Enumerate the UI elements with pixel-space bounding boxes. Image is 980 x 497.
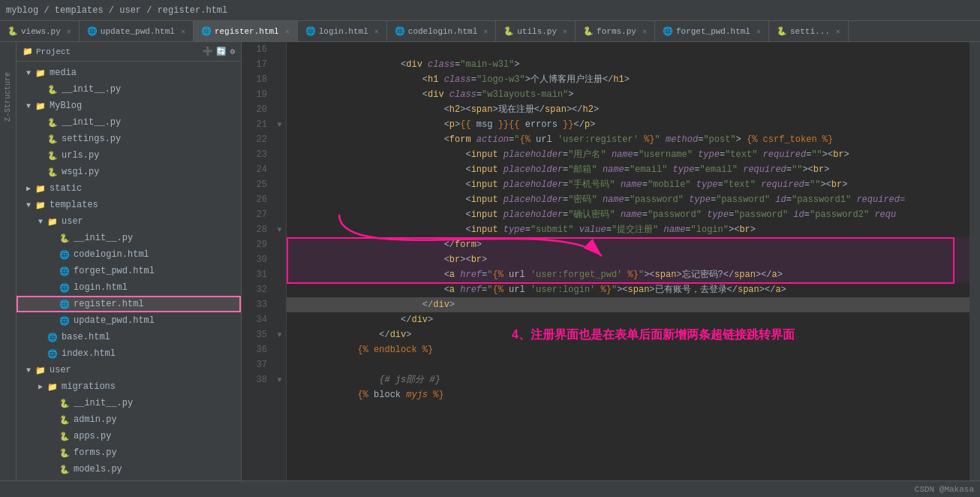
myblog-arrow: ▼ [23, 102, 35, 110]
linenum-22: 22 [242, 132, 273, 147]
sidebar-item-media[interactable]: ▼ 📁 media [17, 65, 241, 81]
gutter-30 [273, 252, 286, 267]
tab-register[interactable]: 🌐 register.html ✕ [194, 21, 298, 41]
top-bar-title: myblog / templates / user / register.htm… [6, 5, 227, 16]
linenum-24: 24 [242, 162, 273, 177]
gutter-36 [273, 342, 286, 357]
linenum-25: 25 [242, 177, 273, 192]
gutter-23 [273, 147, 286, 162]
sidebar-item-init-user-tmpl[interactable]: 🐍 __init__.py [17, 230, 241, 246]
sidebar-item-user-tmpl[interactable]: ▼ 📁 user [17, 213, 241, 230]
annotation-text-area: 4、注册界面也是在表单后面新增两条超链接跳转界面 [512, 327, 795, 343]
gutter-24 [273, 162, 286, 177]
sidebar-item-user-app[interactable]: ▼ 📁 user [17, 362, 241, 378]
sidebar-item-init-myblog[interactable]: 🐍 __init__.py [17, 114, 241, 131]
static-folder-icon: 📁 [35, 182, 47, 194]
sidebar-item-login-html[interactable]: 🌐 login.html [17, 279, 241, 296]
sidebar-item-static[interactable]: ▶ 📁 static [17, 180, 241, 197]
gutter-38: ▼ [273, 372, 286, 387]
tab-login-close[interactable]: ✕ [374, 27, 379, 36]
line-numbers: 16 17 18 19 20 21 22 23 24 25 26 27 28 2… [242, 42, 273, 480]
linenum-37: 37 [242, 357, 273, 372]
base-html-icon: 🌐 [47, 331, 59, 343]
tab-forms[interactable]: 🐍 forms.py ✕ [576, 21, 655, 41]
apps-user-label: apps.py [74, 431, 111, 441]
sidebar-sync-icon[interactable]: 🔄 [216, 47, 227, 56]
admin-user-icon: 🐍 [59, 414, 71, 426]
forms-user-label: forms.py [74, 447, 117, 458]
settings-icon: 🐍 [47, 133, 59, 145]
tab-codelogin[interactable]: 🌐 codelogin.html ✕ [387, 21, 496, 41]
migrations-label: migrations [62, 381, 116, 392]
sidebar-item-admin-user[interactable]: 🐍 admin.py [17, 411, 241, 428]
tab-update-pwd[interactable]: 🌐 update_pwd.html ✕ [80, 21, 194, 41]
tab-forget-pwd[interactable]: 🌐 forget_pwd.html ✕ [655, 21, 769, 41]
sidebar-item-forget-pwd-html[interactable]: 🌐 forget_pwd.html [17, 263, 241, 279]
user-tmpl-arrow: ▼ [35, 218, 47, 226]
sidebar-item-base-html[interactable]: 🌐 base.html [17, 329, 241, 345]
tab-settings-close[interactable]: ✕ [836, 27, 840, 36]
code-scroll-area[interactable]: <div class="main-w3l"> <h1 class="logo-w… [287, 42, 969, 480]
linenum-29: 29 [242, 237, 273, 252]
linenum-27: 27 [242, 207, 273, 222]
gutter-19 [273, 87, 286, 102]
sidebar-item-forms-user[interactable]: 🐍 forms.py [17, 444, 241, 461]
sidebar-item-wsgi[interactable]: 🐍 wsgi.py [17, 164, 241, 180]
update-pwd-html-icon: 🌐 [59, 315, 71, 327]
gutter: ▼ ▼ ▼ ▼ [273, 42, 287, 480]
sidebar-item-init-media[interactable]: 🐍 __init__.py [17, 81, 241, 98]
tab-settings[interactable]: 🐍 setti... ✕ [769, 21, 849, 41]
linenum-35: 35 [242, 327, 273, 342]
myblog-folder-icon: 📁 [35, 100, 47, 112]
sidebar-item-index-html[interactable]: 🌐 index.html [17, 345, 241, 362]
models-user-icon: 🐍 [59, 463, 71, 475]
annotation-text: 4、注册界面也是在表单后面新增两条超链接跳转界面 [512, 328, 795, 341]
tab-login[interactable]: 🌐 login.html ✕ [298, 21, 387, 41]
sidebar-item-urls-myblog[interactable]: 🐍 urls.py [17, 147, 241, 164]
sidebar-add-icon[interactable]: ➕ [203, 47, 213, 56]
linenum-26: 26 [242, 192, 273, 207]
tab-register-close[interactable]: ✕ [285, 27, 290, 36]
sidebar-item-update-pwd-html[interactable]: 🌐 update_pwd.html [17, 312, 241, 329]
sidebar-item-migrations[interactable]: ▶ 📁 migrations [17, 378, 241, 395]
codelogin-html-icon: 🌐 [59, 248, 71, 261]
tab-views-close[interactable]: ✕ [67, 27, 71, 36]
tab-update-pwd-close[interactable]: ✕ [181, 27, 185, 36]
status-text: CSDN @Makasa [915, 485, 974, 494]
init-media-label: __init__.py [62, 84, 121, 95]
linenum-38: 38 [242, 372, 273, 387]
tab-forms-close[interactable]: ✕ [642, 27, 647, 36]
code-block: <div class="main-w3l"> <h1 class="logo-w… [287, 42, 969, 387]
codelogin-html-label: codelogin.html [74, 249, 149, 260]
forget-pwd-html-label: forget_pwd.html [74, 266, 155, 276]
user-tmpl-label: user [62, 216, 83, 227]
sidebar-item-init-user[interactable]: 🐍 __init__.py [17, 395, 241, 411]
sidebar-item-models-user[interactable]: 🐍 models.py [17, 461, 241, 477]
update-pwd-html-label: update_pwd.html [74, 315, 155, 326]
myblog-label: MyBlog [50, 101, 82, 111]
user-app-label: user [50, 365, 71, 375]
sidebar-item-apps-user[interactable]: 🐍 apps.py [17, 428, 241, 444]
sidebar-item-codelogin-html[interactable]: 🌐 codelogin.html [17, 246, 241, 263]
linenum-32: 32 [242, 282, 273, 297]
models-user-label: models.py [74, 464, 122, 474]
tab-forget-pwd-close[interactable]: ✕ [756, 27, 761, 36]
wsgi-icon: 🐍 [47, 166, 59, 178]
gutter-28: ▼ [273, 222, 286, 237]
tab-views[interactable]: 🐍 views.py ✕ [0, 21, 80, 41]
gutter-20 [273, 102, 286, 117]
tab-utils-close[interactable]: ✕ [563, 27, 567, 36]
tab-utils[interactable]: 🐍 utils.py ✕ [496, 21, 576, 41]
sidebar-item-templates[interactable]: ▼ 📁 templates [17, 197, 241, 213]
gutter-29 [273, 237, 286, 252]
tab-views-label: views.py [21, 27, 61, 36]
tab-codelogin-close[interactable]: ✕ [483, 27, 488, 36]
code-line-37: {# js部分 #} [287, 357, 969, 372]
linenum-34: 34 [242, 312, 273, 327]
sidebar-item-myblog[interactable]: ▼ 📁 MyBlog [17, 98, 241, 114]
scrollbar-area[interactable] [969, 42, 980, 480]
sidebar-item-register-html[interactable]: 🌐 register.html [17, 296, 241, 312]
sidebar-settings-icon[interactable]: ⚙ [230, 47, 235, 56]
sidebar-item-settings[interactable]: 🐍 settings.py [17, 131, 241, 147]
linenum-30: 30 [242, 252, 273, 267]
